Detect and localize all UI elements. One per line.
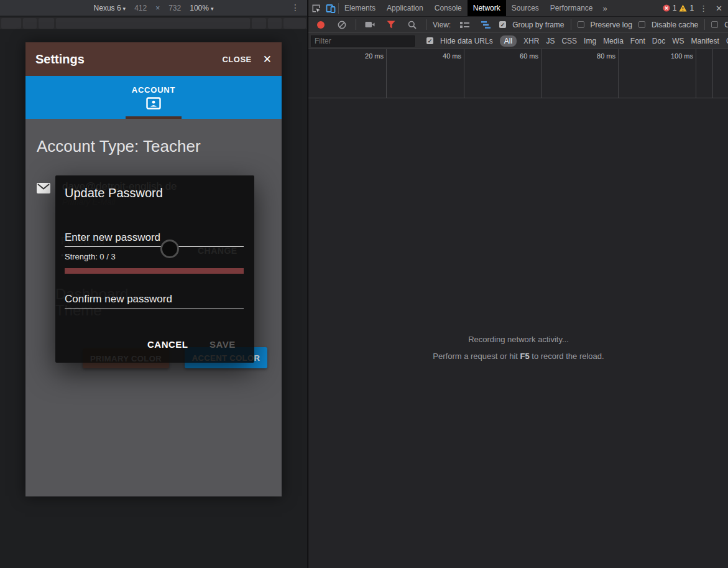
error-icon: [663, 4, 670, 12]
group-by-frame-checkbox[interactable]: ✓: [499, 21, 506, 28]
browser-chrome-skeleton: [0, 17, 307, 29]
empty-state-f5-key: F5: [520, 352, 530, 361]
type-filter-media[interactable]: Media: [603, 37, 624, 45]
save-button[interactable]: SAVE: [210, 339, 236, 350]
hide-data-urls-label: Hide data URLs: [440, 37, 493, 45]
request-rows-view-icon[interactable]: [457, 17, 472, 32]
warning-icon: [679, 4, 687, 12]
filter-input[interactable]: [311, 35, 415, 47]
empty-state-line2-suffix: to record the reload.: [530, 352, 604, 361]
tab-network[interactable]: Network: [468, 0, 506, 17]
preserve-log-label: Preserve log: [591, 21, 632, 29]
devtools-close-icon[interactable]: ✕: [713, 4, 728, 13]
type-filter-xhr[interactable]: XHR: [523, 37, 539, 45]
search-icon[interactable]: [405, 17, 420, 32]
skeleton-box: [56, 18, 251, 29]
offline-checkbox[interactable]: [711, 21, 718, 28]
settings-title: Settings: [35, 52, 85, 67]
tab-elements[interactable]: Elements: [339, 0, 381, 17]
device-width-field[interactable]: 412: [134, 4, 147, 12]
toggle-device-toolbar-icon[interactable]: [323, 1, 338, 16]
empty-state-line2-prefix: Perform a request or hit: [433, 352, 520, 361]
new-password-underline: [65, 246, 244, 247]
close-button[interactable]: CLOSE: [222, 55, 251, 64]
zoom-select-label: 100%: [190, 4, 209, 12]
device-toolbar: Nexus 6▾ 412 × 732 100%▾ ⋮: [0, 0, 307, 16]
type-filter-img[interactable]: Img: [584, 37, 596, 45]
more-tabs-icon[interactable]: »: [599, 4, 612, 13]
devtools-menu-icon[interactable]: ⋮: [694, 4, 713, 13]
confirm-password-input[interactable]: Confirm new password: [65, 293, 172, 305]
close-icon[interactable]: ✕: [263, 53, 272, 66]
account-tab-label: ACCOUNT: [132, 85, 176, 95]
tab-performance[interactable]: Performance: [545, 0, 599, 17]
tab-console[interactable]: Console: [429, 0, 468, 17]
error-count: 1: [673, 4, 677, 12]
cancel-button[interactable]: CANCEL: [147, 339, 188, 350]
confirm-password-underline: [65, 309, 244, 309]
type-filter-css[interactable]: CSS: [561, 37, 577, 45]
empty-state-line2: Perform a request or hit F5 to record th…: [308, 352, 728, 361]
offline-label: Offline: [724, 21, 728, 29]
dimension-separator-icon: ×: [155, 4, 160, 12]
empty-state-line1: Recording network activity...: [308, 335, 728, 344]
settings-page: Settings CLOSE ✕ ACCOUNT Account Type: T…: [25, 42, 282, 496]
update-password-modal: Update Password Enter new password Stren…: [55, 175, 254, 363]
timeline-gridline: [712, 49, 713, 98]
type-filter-all[interactable]: All: [500, 35, 517, 47]
toolbar-separator: [704, 19, 705, 30]
view-label: View:: [433, 21, 451, 29]
tab-indicator: [126, 116, 182, 119]
device-select[interactable]: Nexus 6▾: [94, 4, 126, 12]
toolbar-separator: [356, 19, 356, 30]
device-height-field[interactable]: 732: [168, 4, 181, 12]
skeleton-box: [252, 18, 266, 29]
timeline-gridline: [541, 49, 541, 98]
warning-count: 1: [689, 4, 694, 12]
hide-data-urls-checkbox[interactable]: ✓: [426, 37, 433, 44]
filter-funnel-icon[interactable]: [384, 17, 399, 32]
preserve-log-checkbox[interactable]: [578, 21, 584, 28]
account-type-text: Account Type: Teacher: [37, 137, 201, 156]
device-toolbar-menu-icon[interactable]: ⋮: [291, 2, 300, 12]
capture-screenshots-icon[interactable]: [362, 17, 377, 32]
skeleton-box: [268, 18, 282, 29]
settings-header: Settings CLOSE ✕: [25, 42, 282, 76]
timeline-gridline: [618, 49, 619, 98]
timeline-tick: 80 ms: [572, 52, 615, 60]
device-emulation-panel: Nexus 6▾ 412 × 732 100%▾ ⋮ Settings CLOS…: [0, 0, 307, 568]
timeline-waterfall-icon[interactable]: [478, 17, 493, 32]
network-filter-bar: ✓ Hide data URLs All XHR JS CSS Img Medi…: [308, 33, 728, 49]
type-filter-js[interactable]: JS: [546, 37, 555, 45]
timeline-tick: 40 ms: [418, 52, 461, 60]
devtools-tabbar: Elements Application Console Network Sou…: [308, 0, 728, 17]
chevron-down-icon: ▾: [123, 6, 126, 12]
toolbar-separator: [571, 19, 571, 30]
type-filter-ws[interactable]: WS: [672, 37, 684, 45]
console-badges[interactable]: 1 1: [663, 4, 694, 12]
network-overview-timeline[interactable]: 20 ms 40 ms 60 ms 80 ms 100 ms: [308, 49, 728, 98]
modal-title: Update Password: [65, 186, 163, 200]
inspect-element-icon[interactable]: [308, 1, 323, 16]
strength-bar: [65, 268, 244, 274]
tab-application[interactable]: Application: [381, 0, 429, 17]
record-icon[interactable]: [313, 17, 328, 32]
disable-cache-checkbox[interactable]: [638, 21, 645, 28]
clear-icon[interactable]: [334, 17, 349, 32]
type-filter-manifest[interactable]: Manifest: [691, 37, 719, 45]
skeleton-box: [39, 18, 54, 29]
skeleton-box: [1, 18, 21, 29]
timeline-gridline: [386, 49, 387, 98]
type-filter-doc[interactable]: Doc: [652, 37, 665, 45]
type-filter-font[interactable]: Font: [630, 37, 645, 45]
chevron-down-icon: ▾: [211, 6, 214, 12]
new-password-input[interactable]: Enter new password: [65, 231, 160, 244]
toolbar-separator: [426, 19, 426, 30]
timeline-tick: 100 ms: [650, 52, 693, 60]
tab-sources[interactable]: Sources: [506, 0, 545, 17]
timeline-gridline: [464, 49, 464, 98]
strength-label: Strength: 0 / 3: [65, 252, 116, 261]
timeline-tick: 20 ms: [340, 52, 384, 60]
account-tab[interactable]: ACCOUNT: [25, 76, 282, 119]
zoom-select[interactable]: 100%▾: [190, 4, 213, 12]
